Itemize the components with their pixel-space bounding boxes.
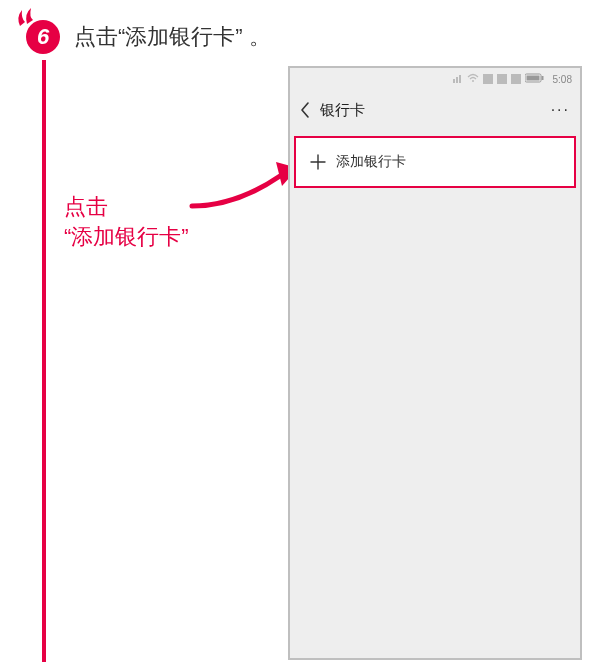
vertical-divider: [42, 60, 46, 662]
step-title: 点击“添加银行卡” 。: [74, 22, 271, 52]
status-icon: [483, 74, 493, 84]
add-card-row[interactable]: 添加银行卡: [294, 136, 576, 188]
status-icon: [511, 74, 521, 84]
svg-rect-2: [459, 75, 461, 83]
more-button[interactable]: ···: [551, 101, 570, 119]
battery-icon: [525, 73, 545, 85]
callout-line2: “添加银行卡”: [64, 222, 189, 252]
callout-line1: 点击: [64, 192, 189, 222]
svg-point-3: [472, 80, 474, 82]
add-card-label: 添加银行卡: [336, 153, 406, 171]
svg-rect-5: [526, 76, 539, 81]
flame-icon: [16, 8, 40, 28]
nav-left: 银行卡: [300, 101, 365, 120]
svg-rect-6: [541, 76, 543, 80]
arrow-icon: [186, 158, 298, 210]
nav-bar: 银行卡 ···: [290, 90, 580, 130]
nav-title: 银行卡: [320, 101, 365, 120]
status-time: 5:08: [553, 74, 572, 85]
phone-content-blank: [290, 188, 580, 656]
step-header: 6 点击“添加银行卡” 。: [0, 0, 600, 54]
phone-mockup: 5:08 银行卡 ··· 添加银行卡: [288, 66, 582, 660]
wifi-icon: [467, 73, 479, 85]
svg-rect-0: [453, 79, 455, 83]
plus-icon: [310, 154, 326, 170]
svg-rect-1: [456, 77, 458, 83]
callout-text: 点击 “添加银行卡”: [64, 192, 189, 251]
chevron-left-icon: [300, 102, 310, 118]
back-button[interactable]: [300, 102, 310, 118]
status-bar: 5:08: [290, 68, 580, 90]
signal-icon: [453, 73, 463, 85]
status-icon: [497, 74, 507, 84]
step-badge: 6: [26, 20, 60, 54]
